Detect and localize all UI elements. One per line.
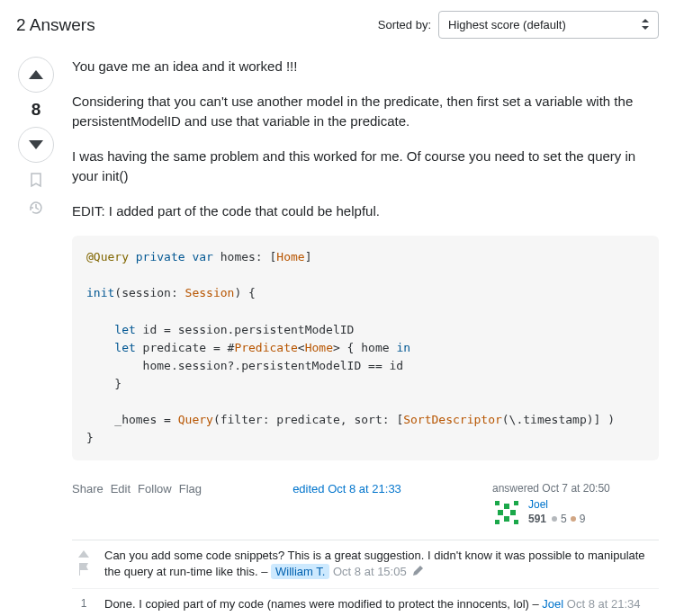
answer-paragraph: You gave me an idea and it worked !!!: [72, 57, 659, 77]
sort-label: Sorted by:: [378, 18, 431, 31]
svg-rect-4: [498, 510, 503, 515]
silver-badge-icon: [552, 516, 557, 522]
follow-link[interactable]: Follow: [138, 482, 172, 495]
svg-rect-7: [495, 520, 500, 524]
reputation-line: 591 5 9: [528, 513, 585, 525]
downvote-button[interactable]: [18, 127, 54, 163]
bronze-badge-icon: [571, 516, 576, 522]
edited-link[interactable]: edited Oct 8 at 21:33: [292, 482, 401, 495]
bookmark-icon[interactable]: [29, 172, 43, 191]
pencil-icon: [413, 565, 423, 578]
sort-select[interactable]: Highest score (default): [438, 11, 659, 39]
owner-card: answered Oct 7 at 20:50: [492, 482, 659, 527]
svg-rect-8: [514, 520, 518, 524]
flag-link[interactable]: Flag: [179, 482, 202, 495]
answer-paragraph: EDIT: I added part of the code that coul…: [72, 201, 659, 222]
sort-select-value: Highest score (default): [448, 18, 566, 31]
comment-text: Done. I copied part of my code (names we…: [104, 597, 529, 611]
svg-rect-2: [514, 501, 518, 505]
reputation-score: 591: [528, 513, 546, 525]
svg-rect-1: [495, 501, 500, 505]
comments-list: Can you add some code snippets? This is …: [72, 540, 659, 616]
svg-rect-5: [510, 510, 516, 515]
svg-rect-6: [504, 516, 509, 522]
history-icon[interactable]: [28, 200, 44, 219]
comment-user-link[interactable]: Joel: [542, 597, 563, 611]
upvote-button[interactable]: [18, 57, 54, 93]
answer-paragraph: I was having the same problem and this w…: [72, 147, 659, 187]
post-menu: Share Edit Follow Flag: [72, 482, 202, 495]
comment-score: 1: [81, 596, 87, 612]
answer-paragraph: Considering that you can't use another m…: [72, 92, 659, 132]
share-link[interactable]: Share: [72, 482, 104, 495]
svg-rect-3: [504, 504, 509, 509]
code-block: @Query private var homes: [Home] init(se…: [72, 236, 659, 460]
comment-time: Oct 8 at 15:05: [333, 565, 407, 578]
comment-flag-icon[interactable]: [78, 563, 89, 581]
edit-link[interactable]: Edit: [111, 482, 130, 495]
comment-user-link[interactable]: William T.: [271, 564, 329, 579]
comment: Can you add some code snippets? This is …: [72, 540, 659, 590]
comment-upvote-icon[interactable]: [78, 548, 89, 562]
owner-name-link[interactable]: Joel: [528, 498, 585, 511]
answered-time: answered Oct 7 at 20:50: [492, 482, 659, 495]
comment: 1 Done. I copied part of my code (names …: [72, 589, 659, 616]
avatar[interactable]: [492, 498, 521, 527]
answers-count-heading: 2 Answers: [16, 15, 95, 35]
vote-score: 8: [32, 100, 41, 120]
comment-time: Oct 8 at 21:34: [567, 597, 641, 611]
sort-caret-icon: [642, 19, 649, 31]
